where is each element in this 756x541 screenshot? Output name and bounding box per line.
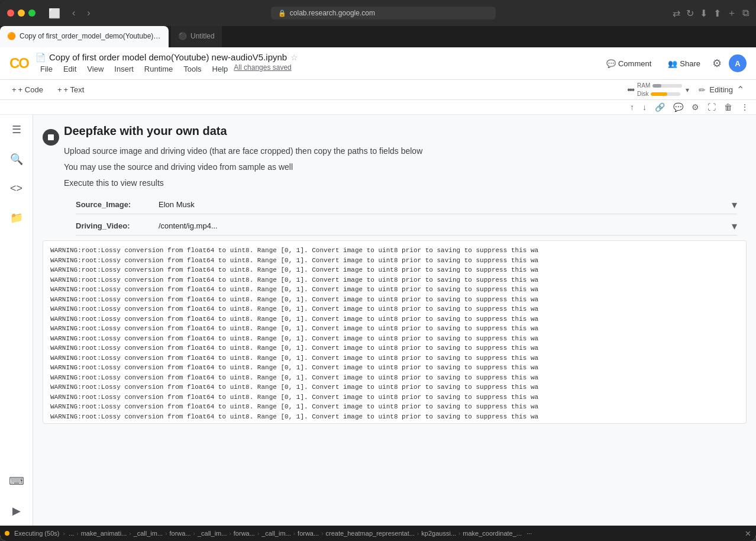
collapse-toolbar-button[interactable]: ⌃	[736, 84, 744, 95]
breadcrumb-2[interactable]: _call_im...	[134, 530, 163, 537]
menu-edit[interactable]: Edit	[59, 63, 81, 75]
driving-video-arrow[interactable]: ▾	[732, 220, 737, 233]
tab-favicon-untitled: ⚫	[178, 32, 187, 40]
breadcrumb-7[interactable]: forwa...	[298, 530, 319, 537]
breadcrumb-chevron-4: ›	[229, 530, 231, 537]
breadcrumb-9[interactable]: kp2gaussi...	[421, 530, 456, 537]
star-icon[interactable]: ☆	[290, 53, 298, 62]
download-icon[interactable]: ⬇	[700, 8, 707, 19]
output-line: WARNING:root:Lossy conversion from float…	[50, 412, 739, 422]
address-bar[interactable]: 🔒 colab.research.google.com	[271, 7, 496, 20]
delete-button[interactable]: 🗑	[722, 101, 735, 113]
output-line: WARNING:root:Lossy conversion from float…	[50, 324, 739, 334]
breadcrumb-0[interactable]: ...	[69, 530, 74, 537]
translate-icon[interactable]: ⇄	[673, 8, 680, 19]
search-icon[interactable]: 🔍	[7, 149, 27, 169]
status-bar: Executing (50s) › ... › make_animati... …	[0, 526, 756, 541]
breadcrumb-6[interactable]: _call_im...	[261, 530, 291, 537]
save-status: All changes saved	[234, 63, 291, 75]
new-tab-icon[interactable]: ＋	[727, 7, 736, 20]
browser-toolbar-icons: ⇄ ↻ ⬇ ⬆ ＋ ⧉	[673, 7, 749, 20]
text-cell-body: Deepfake with your own data Upload sourc…	[64, 124, 747, 193]
tab-untitled[interactable]: ⚫ Untitled	[171, 26, 222, 47]
menu-view[interactable]: View	[82, 63, 108, 75]
notebook-main[interactable]: Deepfake with your own data Upload sourc…	[33, 115, 756, 526]
cell-settings-button[interactable]: ⚙	[689, 101, 702, 113]
pencil-icon: ✏	[699, 85, 706, 95]
add-code-label: + Code	[18, 85, 43, 94]
toc-icon[interactable]: ☰	[8, 120, 25, 140]
dots-icon: •••	[627, 85, 634, 95]
output-line: WARNING:root:Lossy conversion from float…	[50, 304, 739, 314]
terminal-icon[interactable]: ▶	[9, 501, 24, 521]
move-down-button[interactable]: ↓	[640, 101, 649, 113]
status-more[interactable]: ···	[526, 530, 532, 537]
output-line: WARNING:root:Lossy conversion from float…	[50, 353, 739, 363]
sidebar-toggle-button[interactable]: ⬜	[45, 7, 64, 20]
stop-icon	[48, 134, 54, 140]
output-line: WARNING:root:Lossy conversion from float…	[50, 275, 739, 285]
left-panel: ☰ 🔍 <> 📁 ⌨ ▶	[0, 115, 33, 526]
add-text-button[interactable]: + + Text	[53, 83, 89, 96]
breadcrumb-4[interactable]: _call_im...	[198, 530, 227, 537]
code-icon[interactable]: <>	[7, 179, 26, 198]
comment-button[interactable]: 💬 Comment	[602, 57, 656, 70]
disk-bar-track	[651, 92, 680, 96]
minimize-traffic-light[interactable]	[18, 9, 25, 17]
menu-runtime[interactable]: Runtime	[140, 63, 177, 75]
add-code-button[interactable]: + + Code	[7, 83, 48, 96]
tab-favicon-colab: 🟠	[7, 32, 16, 40]
comment-label: Comment	[618, 59, 651, 68]
share-button[interactable]: 👥 Share	[663, 57, 705, 70]
ram-label: RAM	[637, 82, 650, 89]
output-line: WARNING:root:Lossy conversion from float…	[50, 363, 739, 373]
close-traffic-light[interactable]	[7, 9, 14, 17]
ram-disk-dropdown-arrow[interactable]: ▾	[686, 86, 689, 94]
menu-file[interactable]: File	[35, 63, 57, 75]
move-up-button[interactable]: ↑	[628, 101, 637, 113]
tabs-icon[interactable]: ⧉	[742, 8, 749, 18]
disk-label: Disk	[637, 91, 648, 97]
fullscreen-traffic-light[interactable]	[28, 9, 35, 17]
notebook-toolbar: + + Code + + Text ••• RAM	[0, 80, 756, 100]
status-close-button[interactable]: ✕	[745, 529, 751, 538]
menu-insert[interactable]: Insert	[109, 63, 138, 75]
output-line: WARNING:root:Lossy conversion from float…	[50, 265, 739, 275]
user-avatar[interactable]: A	[729, 54, 747, 72]
driving-video-value[interactable]: /content/ig.mp4...	[159, 219, 732, 233]
expand-button[interactable]: ⛶	[705, 101, 718, 113]
files-icon[interactable]: 📁	[7, 208, 27, 228]
back-button[interactable]: ‹	[69, 7, 79, 20]
keyboard-icon[interactable]: ⌨	[5, 471, 28, 491]
browser-frame: ⬜ ‹ › 🔒 colab.research.google.com ⇄ ↻ ⬇ …	[0, 0, 756, 541]
breadcrumb-10[interactable]: make_coordinate_...	[463, 530, 522, 537]
doc-title: Copy of first order model demo(Youtube) …	[49, 52, 287, 62]
breadcrumb-3[interactable]: forwa...	[170, 530, 191, 537]
executing-indicator	[5, 531, 9, 536]
tab-colab[interactable]: 🟠 Copy of first_order_model_demo(Youtube…	[0, 26, 169, 47]
reload-icon[interactable]: ↻	[686, 8, 694, 19]
lock-icon: 🔒	[278, 9, 286, 17]
comment-cell-button[interactable]: 💬	[671, 101, 686, 113]
breadcrumb-chevron-9: ›	[458, 530, 460, 537]
stop-button[interactable]	[43, 129, 59, 146]
settings-icon[interactable]: ⚙	[712, 57, 722, 70]
breadcrumb-chevron-5: ›	[257, 530, 259, 537]
menu-tools[interactable]: Tools	[179, 63, 206, 75]
output-line: WARNING:root:Lossy conversion from float…	[50, 343, 739, 353]
colab-container: CO 📄 Copy of first order model demo(Yout…	[0, 47, 756, 541]
breadcrumb-1[interactable]: make_animati...	[81, 530, 127, 537]
output-line: WARNING:root:Lossy conversion from float…	[50, 295, 739, 305]
breadcrumb-5[interactable]: forwa...	[234, 530, 255, 537]
menu-help[interactable]: Help	[208, 63, 233, 75]
breadcrumb-8[interactable]: create_heatmap_representat...	[326, 530, 415, 537]
more-options-button[interactable]: ⋮	[738, 101, 751, 113]
source-image-arrow[interactable]: ▾	[732, 198, 737, 211]
menu-bar: File Edit View Insert Runtime Tools Help…	[35, 63, 595, 75]
forward-button[interactable]: ›	[83, 7, 93, 20]
breadcrumb-chevron-8: ›	[417, 530, 419, 537]
breadcrumb-chevron-7: ›	[321, 530, 323, 537]
share-browser-icon[interactable]: ⬆	[713, 8, 721, 19]
source-image-value[interactable]: Elon Musk	[159, 198, 732, 211]
link-button[interactable]: 🔗	[652, 101, 667, 113]
